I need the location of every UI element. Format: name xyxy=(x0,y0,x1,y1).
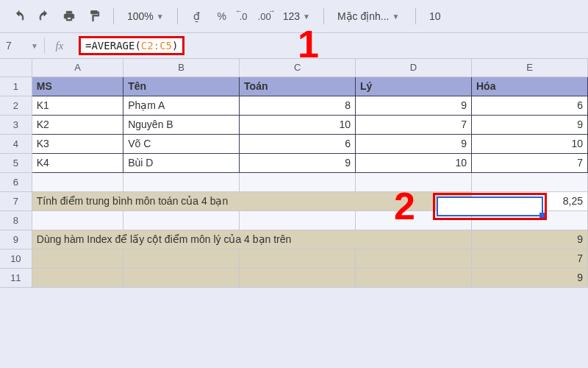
cell[interactable] xyxy=(240,210,356,230)
cell[interactable] xyxy=(123,268,240,287)
cell-active[interactable]: 8,25 xyxy=(471,191,587,210)
cell[interactable]: Võ C xyxy=(123,134,240,153)
cell[interactable]: 9 xyxy=(356,96,472,115)
cell[interactable] xyxy=(32,172,123,191)
row-header-10[interactable]: 10 xyxy=(0,249,32,268)
cell[interactable]: K4 xyxy=(32,153,123,172)
select-all-corner[interactable] xyxy=(0,59,32,77)
currency-button[interactable]: ₫ xyxy=(187,6,207,26)
cell[interactable] xyxy=(471,210,587,230)
cell[interactable] xyxy=(32,249,123,268)
zoom-dropdown[interactable]: 100% ▼ xyxy=(123,6,168,26)
separator xyxy=(113,8,114,24)
formula-input[interactable]: =AVERAGE(C2:C5) xyxy=(74,33,588,58)
cell[interactable]: 6 xyxy=(240,134,356,153)
cell[interactable]: K2 xyxy=(32,115,123,134)
fx-label: fx xyxy=(45,33,74,58)
cell[interactable]: 9 xyxy=(471,230,587,249)
col-header-C[interactable]: C xyxy=(240,59,356,77)
cell[interactable] xyxy=(240,249,356,268)
cell[interactable] xyxy=(356,172,472,191)
zoom-value: 100% xyxy=(127,10,154,22)
font-dropdown[interactable]: Mặc định... ▼ xyxy=(333,6,406,26)
cell[interactable] xyxy=(356,268,472,287)
cell[interactable]: Hóa xyxy=(471,77,587,96)
cell[interactable]: 7 xyxy=(471,249,587,268)
name-box[interactable]: 7 ▼ xyxy=(0,33,44,58)
cell[interactable]: 7 xyxy=(356,115,472,134)
formula-prefix: =AVERAGE( xyxy=(85,40,141,52)
cell[interactable]: 9 xyxy=(240,153,356,172)
cell[interactable]: 8 xyxy=(240,96,356,115)
cell[interactable]: Phạm A xyxy=(123,96,240,115)
cell[interactable] xyxy=(32,210,123,230)
grid-table: A B C D E 1 MS Tên Toán Lý Hóa 2 K1 Phạm… xyxy=(0,59,588,288)
cell[interactable] xyxy=(356,249,472,268)
cell[interactable]: 10 xyxy=(356,153,472,172)
redo-button[interactable] xyxy=(34,6,54,26)
increase-decimal-button[interactable]: .00→ xyxy=(255,6,274,26)
row-header-5[interactable]: 5 xyxy=(0,153,32,172)
row-header-3[interactable]: 3 xyxy=(0,115,32,134)
decrease-decimal-button[interactable]: ←.0 xyxy=(237,6,251,26)
paint-format-button[interactable] xyxy=(84,6,104,26)
percent-button[interactable]: % xyxy=(212,6,232,26)
cell[interactable]: Dùng hàm Index để lấy cột điểm môn lý củ… xyxy=(32,230,471,249)
formula-range: C2:C5 xyxy=(141,40,172,52)
cell[interactable]: Lý xyxy=(356,77,472,96)
cell[interactable] xyxy=(240,268,356,287)
row-header-7[interactable]: 7 xyxy=(0,191,32,210)
number-format-dropdown[interactable]: 123 ▼ xyxy=(279,6,315,26)
cell[interactable]: Tính điểm trung bình môn toán của 4 bạn xyxy=(32,191,471,210)
cell[interactable]: Bùi D xyxy=(123,153,240,172)
cell[interactable]: 7 xyxy=(471,153,587,172)
cell[interactable]: 9 xyxy=(356,134,472,153)
chevron-down-icon: ▼ xyxy=(157,13,164,21)
col-header-A[interactable]: A xyxy=(32,59,123,77)
formula-bar: 7 ▼ fx =AVERAGE(C2:C5) xyxy=(0,32,588,59)
row-header-9[interactable]: 9 xyxy=(0,230,32,249)
formula-highlight-box: =AVERAGE(C2:C5) xyxy=(79,36,184,55)
formula-suffix: ) xyxy=(172,40,178,52)
toolbar: 100% ▼ ₫ % ←.0 .00→ 123 ▼ Mặc định... ▼ … xyxy=(0,0,588,32)
row-header-2[interactable]: 2 xyxy=(0,96,32,115)
cell[interactable]: Tên xyxy=(123,77,240,96)
chevron-down-icon: ▼ xyxy=(303,13,310,21)
cell[interactable]: 9 xyxy=(471,115,587,134)
cell[interactable]: MS xyxy=(32,77,123,96)
separator xyxy=(415,8,416,24)
cell[interactable] xyxy=(471,172,587,191)
print-button[interactable] xyxy=(59,6,79,26)
font-value: Mặc định... xyxy=(337,10,390,22)
col-header-D[interactable]: D xyxy=(356,59,472,77)
font-size-value[interactable]: 10 xyxy=(425,10,445,22)
cell[interactable]: Toán xyxy=(240,77,356,96)
cell[interactable]: 10 xyxy=(471,134,587,153)
separator xyxy=(323,8,324,24)
row-header-8[interactable]: 8 xyxy=(0,210,32,230)
chevron-down-icon: ▼ xyxy=(31,42,38,50)
cell[interactable]: K1 xyxy=(32,96,123,115)
col-header-B[interactable]: B xyxy=(123,59,240,77)
spreadsheet-grid: A B C D E 1 MS Tên Toán Lý Hóa 2 K1 Phạm… xyxy=(0,59,588,288)
chevron-down-icon: ▼ xyxy=(392,13,400,21)
row-header-4[interactable]: 4 xyxy=(0,134,32,153)
number-format-value: 123 xyxy=(283,10,300,22)
row-header-6[interactable]: 6 xyxy=(0,172,32,191)
separator xyxy=(177,8,178,24)
col-header-E[interactable]: E xyxy=(471,59,587,77)
undo-button[interactable] xyxy=(9,6,29,26)
cell[interactable]: 10 xyxy=(240,115,356,134)
cell[interactable]: 6 xyxy=(471,96,587,115)
cell[interactable] xyxy=(32,268,123,287)
cell[interactable]: Nguyên B xyxy=(123,115,240,134)
cell[interactable] xyxy=(356,210,472,230)
cell[interactable]: 9 xyxy=(471,268,587,287)
cell[interactable] xyxy=(240,172,356,191)
cell[interactable] xyxy=(123,210,240,230)
cell[interactable]: K3 xyxy=(32,134,123,153)
cell[interactable] xyxy=(123,249,240,268)
row-header-1[interactable]: 1 xyxy=(0,77,32,96)
row-header-11[interactable]: 11 xyxy=(0,268,32,287)
cell[interactable] xyxy=(123,172,240,191)
